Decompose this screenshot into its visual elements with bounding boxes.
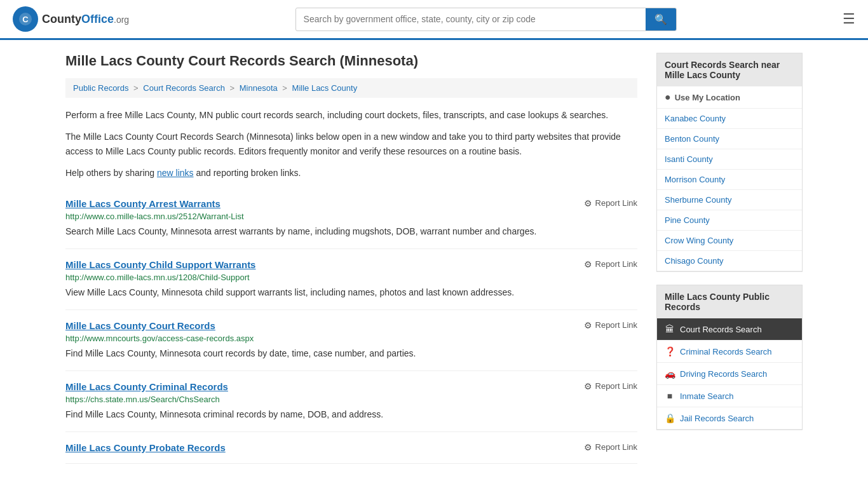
sidebar-county-link[interactable]: Crow Wing County (657, 231, 802, 251)
public-records-section: Mille Lacs County Public Records 🏛 Court… (656, 285, 803, 430)
nav-inmate-search[interactable]: ■ Inmate Search (657, 385, 802, 407)
header: C CountyOffice.org 🔍 ☰ (0, 0, 868, 40)
nav-driving-records[interactable]: 🚗 Driving Records Search (657, 363, 802, 385)
sidebar-county-link[interactable]: Morrison County (657, 170, 802, 190)
report-icon: ⚙ (584, 198, 592, 208)
driving-icon: 🚗 (665, 369, 675, 379)
result-item: Mille Lacs County Arrest Warrants ⚙ Repo… (65, 188, 637, 249)
description-3: Help others by sharing new links and rep… (65, 166, 637, 180)
result-title[interactable]: Mille Lacs County Arrest Warrants (65, 198, 220, 209)
report-icon: ⚙ (584, 320, 592, 330)
nav-court-records[interactable]: 🏛 Court Records Search (657, 318, 802, 341)
search-icon: 🔍 (654, 14, 667, 25)
page-title: Mille Lacs County Court Records Search (… (65, 53, 637, 69)
public-records-header: Mille Lacs County Public Records (657, 285, 802, 318)
description-2: The Mille Lacs County Court Records Sear… (65, 130, 637, 158)
result-title[interactable]: Mille Lacs County Criminal Records (65, 381, 228, 392)
report-icon: ⚙ (584, 442, 592, 452)
result-desc: Search Mille Lacs County, Minnesota arre… (65, 225, 637, 238)
content-area: Mille Lacs County Court Records Search (… (65, 53, 637, 464)
result-title[interactable]: Mille Lacs County Court Records (65, 320, 215, 331)
breadcrumb: Public Records > Court Records Search > … (65, 78, 637, 98)
location-icon: ● (665, 92, 671, 103)
nav-criminal-records[interactable]: ❓ Criminal Records Search (657, 341, 802, 363)
nearby-section: Court Records Search near Mille Lacs Cou… (656, 53, 803, 272)
report-link[interactable]: ⚙ Report Link (584, 381, 637, 391)
logo-icon: C (13, 6, 38, 32)
result-url[interactable]: http://www.co.mille-lacs.mn.us/1208/Chil… (65, 273, 637, 282)
result-item: Mille Lacs County Child Support Warrants… (65, 249, 637, 310)
sidebar-county-link[interactable]: Isanti County (657, 149, 802, 170)
menu-button[interactable]: ☰ (843, 11, 855, 27)
result-url[interactable]: http://www.mncourts.gov/access-case-reco… (65, 334, 637, 343)
results-list: Mille Lacs County Arrest Warrants ⚙ Repo… (65, 188, 637, 464)
result-desc: Find Mille Lacs County, Minnesota court … (65, 347, 637, 360)
breadcrumb-link-minnesota[interactable]: Minnesota (240, 83, 278, 93)
search-button[interactable]: 🔍 (646, 8, 676, 30)
nearby-header: Court Records Search near Mille Lacs Cou… (657, 53, 802, 86)
criminal-icon: ❓ (665, 346, 675, 356)
report-link[interactable]: ⚙ Report Link (584, 320, 637, 330)
search-input[interactable] (296, 9, 646, 29)
report-link[interactable]: ⚙ Report Link (584, 442, 637, 452)
breadcrumb-link-court-records[interactable]: Court Records Search (143, 83, 225, 93)
sidebar-county-link[interactable]: Sherburne County (657, 190, 802, 210)
main-container: Mille Lacs County Court Records Search (… (53, 40, 815, 464)
report-icon: ⚙ (584, 381, 592, 391)
result-item: Mille Lacs County Criminal Records ⚙ Rep… (65, 371, 637, 432)
sidebar-county-link[interactable]: Chisago County (657, 251, 802, 271)
result-item: Mille Lacs County Probate Records ⚙ Repo… (65, 432, 637, 464)
result-item: Mille Lacs County Court Records ⚙ Report… (65, 310, 637, 371)
breadcrumb-link-public-records[interactable]: Public Records (73, 83, 128, 93)
sidebar-county-link[interactable]: Kanabec County (657, 109, 802, 129)
result-title[interactable]: Mille Lacs County Probate Records (65, 442, 226, 453)
report-link[interactable]: ⚙ Report Link (584, 259, 637, 269)
sidebar: Court Records Search near Mille Lacs Cou… (656, 53, 803, 464)
hamburger-icon: ☰ (843, 11, 855, 27)
description-1: Perform a free Mille Lacs County, MN pub… (65, 108, 637, 122)
report-link[interactable]: ⚙ Report Link (584, 198, 637, 208)
sidebar-county-link[interactable]: Pine County (657, 210, 802, 231)
result-url[interactable]: http://www.co.mille-lacs.mn.us/2512/Warr… (65, 212, 637, 221)
result-desc: View Mille Lacs County, Minnesota child … (65, 286, 637, 299)
description: Perform a free Mille Lacs County, MN pub… (65, 108, 637, 180)
result-title[interactable]: Mille Lacs County Child Support Warrants (65, 259, 255, 270)
nav-jail-records[interactable]: 🔒 Jail Records Search (657, 407, 802, 430)
logo-text[interactable]: CountyOffice.org (42, 13, 129, 26)
breadcrumb-link-mille-lacs[interactable]: Mille Lacs County (292, 83, 358, 93)
sidebar-county-link[interactable]: Benton County (657, 129, 802, 149)
result-url[interactable]: https://chs.state.mn.us/Search/ChsSearch (65, 395, 637, 404)
svg-text:C: C (22, 15, 29, 24)
court-icon: 🏛 (665, 324, 675, 334)
use-location-link[interactable]: ● Use My Location (657, 86, 802, 109)
search-bar: 🔍 (295, 8, 677, 31)
logo-area: C CountyOffice.org (13, 6, 129, 32)
inmate-icon: ■ (665, 391, 675, 401)
jail-icon: 🔒 (665, 413, 675, 423)
result-desc: Find Mille Lacs County, Minnesota crimin… (65, 408, 637, 421)
report-icon: ⚙ (584, 259, 592, 269)
new-links-link[interactable]: new links (157, 168, 194, 178)
